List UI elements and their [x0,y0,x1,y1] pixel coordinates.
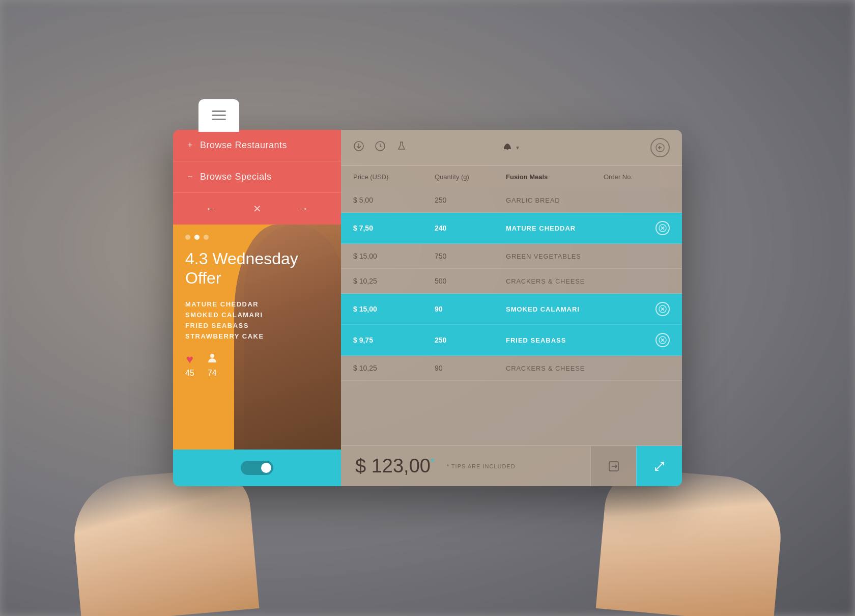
price-header: Price (USD) [353,173,435,181]
offer-item-1: MATURE CHEDDAR [185,300,329,308]
dropdown-arrow-icon: ▾ [516,144,519,151]
quantity-header: Quantity (g) [435,173,506,181]
toggle-thumb [261,463,271,473]
quantity-cell: 250 [435,196,506,204]
remove-item-button[interactable] [656,333,670,347]
clock-icon[interactable] [375,141,386,155]
minus-icon: − [187,172,193,182]
resize-button[interactable] [636,446,682,486]
toolbar: ▾ [341,130,682,166]
meal-header: Fusion Meals [506,173,604,181]
nav-forward-button[interactable]: → [298,202,309,215]
order-header: Order No. [604,173,670,181]
item-name-cell: FRIED SEABASS [506,337,604,344]
download-icon[interactable] [353,141,364,155]
flask-icon[interactable] [396,141,407,155]
stats-row: ♥ 45 74 [185,352,329,378]
quantity-cell: 500 [435,277,506,285]
price-cell: $ 10,25 [353,277,435,285]
table-row: $ 5,00 250 GARLIC BREAD [341,188,682,213]
table-row: $ 10,25 500 CRACKERS & CHEESE [341,269,682,294]
likes-count: 45 [185,369,194,378]
people-stat: 74 [207,352,218,378]
price-cell: $ 5,00 [353,196,435,204]
browse-restaurants-item[interactable]: + Browse Restaurants [173,130,341,161]
nav-close-button[interactable]: ✕ [253,203,262,215]
plus-icon: + [187,140,193,151]
item-name-cell: SMOKED CALAMARI [506,305,604,313]
price-cell: $ 15,00 [353,305,435,313]
cyan-bottom [173,450,341,486]
order-table: $ 5,00 250 GARLIC BREAD $ 7,50 240 MATUR… [341,188,682,445]
price-cell: $ 10,25 [353,364,435,372]
item-name-cell: GARLIC BREAD [506,197,604,204]
bottom-bar: $ 123,00* * TIPS ARE INCLUDED [341,445,682,486]
quantity-cell: 90 [435,305,506,313]
remove-item-button[interactable] [656,302,670,316]
total-section: $ 123,00* * TIPS ARE INCLUDED [341,446,590,486]
offer-item-4: STRAWBERRY CAKE [185,332,329,340]
tips-note: * TIPS ARE INCLUDED [447,463,516,469]
remove-item-button[interactable] [656,221,670,235]
svg-point-3 [210,354,214,358]
offer-item-3: FRIED SEABASS [185,322,329,329]
svg-point-7 [507,148,508,150]
svg-rect-1 [212,115,226,116]
nav-back-button[interactable]: ← [206,202,217,215]
dot-2[interactable] [194,235,200,240]
svg-rect-2 [212,119,226,120]
quantity-cell: 90 [435,364,506,372]
item-name-cell: CRACKERS & CHEESE [506,277,604,285]
toggle-switch[interactable] [241,461,273,475]
browse-specials-label: Browse Specials [200,172,272,182]
people-count: 74 [208,369,217,378]
nav-controls: ← ✕ → [173,193,341,225]
price-cell: $ 7,50 [353,224,435,232]
svg-rect-0 [212,110,226,112]
back-button[interactable] [650,138,670,157]
column-headers: Price (USD) Quantity (g) Fusion Meals Or… [341,166,682,188]
table-row: $ 10,25 90 CRACKERS & CHEESE [341,356,682,381]
person-icon [207,352,218,367]
quantity-cell: 250 [435,336,506,344]
price-cell: $ 9,75 [353,336,435,344]
item-name-cell: MATURE CHEDDAR [506,225,604,232]
dot-3[interactable] [204,235,209,240]
offer-title: 4.3 Wednesday Offer [185,249,329,288]
item-name-cell: GREEN VEGETABLES [506,253,604,260]
table-row: $ 15,00 90 SMOKED CALAMARI [341,294,682,325]
total-price: $ 123,00* [355,455,435,477]
meal-icon [502,141,513,155]
quantity-cell: 750 [435,252,506,260]
price-cell: $ 15,00 [353,252,435,260]
logo-tab[interactable] [198,99,239,132]
table-row: $ 15,00 750 GREEN VEGETABLES [341,244,682,269]
heart-icon: ♥ [186,352,193,367]
dot-1[interactable] [185,235,190,240]
item-name-cell: CRACKERS & CHEESE [506,365,604,372]
carousel-dots [185,235,329,240]
export-button[interactable] [590,446,636,486]
offer-item-2: SMOKED CALAMARI [185,311,329,319]
browse-specials-item[interactable]: − Browse Specials [173,161,341,193]
table-row: $ 7,50 240 MATURE CHEDDAR [341,213,682,244]
browse-restaurants-label: Browse Restaurants [200,140,287,151]
meal-selector[interactable]: ▾ [502,141,519,155]
quantity-cell: 240 [435,224,506,232]
table-row: $ 9,75 250 FRIED SEABASS [341,325,682,356]
offer-items-list: MATURE CHEDDAR SMOKED CALAMARI FRIED SEA… [185,300,329,340]
likes-stat: ♥ 45 [185,352,194,378]
